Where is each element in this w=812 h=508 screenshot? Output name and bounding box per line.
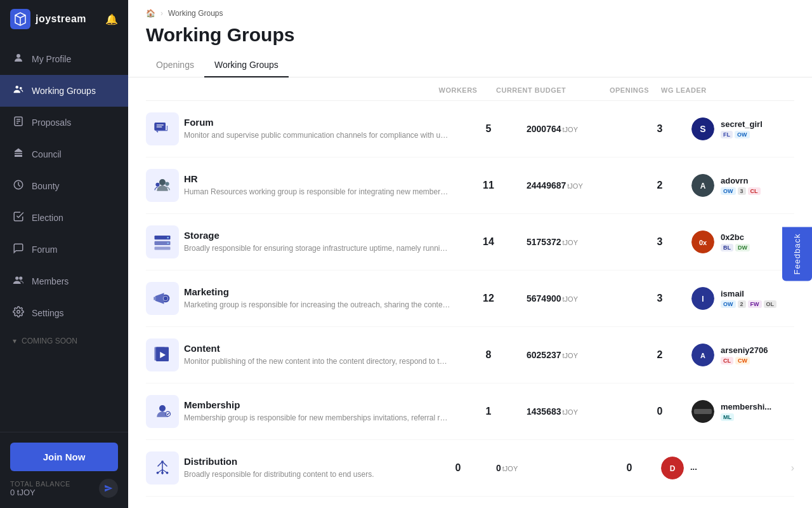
group-description: Monitor and supervise public communicati…	[184, 130, 450, 141]
group-workers: 11	[450, 180, 527, 191]
sidebar-item-my-profile[interactable]: My Profile	[0, 43, 128, 75]
svg-rect-23	[155, 247, 171, 250]
group-budget: 2000764tJOY	[527, 124, 628, 134]
group-budget: 6025237tJOY	[527, 350, 628, 360]
group-openings: 0	[628, 406, 691, 417]
logo[interactable]: joystream	[10, 9, 86, 29]
group-budget: 5674900tJOY	[527, 293, 628, 304]
breadcrumb-separator: ›	[160, 9, 163, 18]
leader-badge: FW	[748, 300, 762, 308]
group-description: Broadly responsible for distributing con…	[184, 469, 420, 480]
leader-name: ...	[690, 462, 697, 472]
leader-info: ismail OW2FWOL	[721, 289, 776, 308]
svg-point-2	[16, 86, 19, 89]
budget-unit: tJOY	[563, 126, 578, 133]
leader-info: arseniy2706 CLCW	[721, 345, 768, 364]
group-name: HR	[184, 173, 450, 184]
tab-working-groups[interactable]: Working Groups	[204, 53, 289, 77]
group-description: Monitor publishing of the new content in…	[184, 356, 450, 367]
sidebar-item-forum[interactable]: Forum	[0, 234, 128, 265]
send-button[interactable]	[99, 479, 118, 498]
table-row[interactable]: Distribution Broadly responsible for dis…	[146, 440, 794, 497]
group-icon-storage	[146, 225, 179, 258]
sidebar-bottom: Join Now TOTAL BALANCE 0 tJOY	[0, 432, 128, 508]
group-info-membership: Membership Membership group is responsib…	[184, 399, 450, 424]
sidebar-nav: My Profile Working Groups Proposals Coun…	[0, 38, 128, 432]
row-chevron-icon: ›	[806, 123, 812, 135]
group-workers: 0	[420, 462, 496, 474]
table-row[interactable]: Content Monitor publishing of the new co…	[146, 327, 794, 384]
sidebar-item-bounty[interactable]: Bounty	[0, 170, 128, 202]
group-name: Content	[184, 343, 450, 354]
sidebar-label-settings: Settings	[32, 308, 115, 318]
budget-unit: tJOY	[563, 295, 578, 303]
svg-point-24	[167, 237, 169, 239]
row-chevron-icon: ›	[806, 293, 812, 304]
budget-unit: tJOY	[563, 239, 578, 246]
sidebar-item-settings[interactable]: Settings	[0, 297, 128, 329]
table-row[interactable]: HR Human Resources working group is resp…	[146, 157, 794, 214]
group-name: Storage	[184, 230, 450, 241]
coming-soon-label: COMING SOON	[22, 337, 77, 345]
breadcrumb-home-icon[interactable]: 🏠	[146, 9, 155, 18]
sidebar-label-forum: Forum	[32, 244, 115, 255]
tab-openings[interactable]: Openings	[146, 53, 204, 77]
group-openings: 2	[628, 349, 691, 361]
group-icon-membership	[146, 395, 179, 428]
notification-bell-icon[interactable]: 🔔	[105, 13, 118, 25]
page-title: Working Groups	[128, 18, 812, 46]
group-description: Human Resources working group is respons…	[184, 187, 450, 197]
leader-avatar: A	[691, 344, 714, 366]
group-leader: I ismail OW2FWOL	[691, 287, 806, 310]
sidebar-label-election: Election	[32, 213, 115, 223]
row-chevron-icon: ›	[806, 180, 812, 191]
coming-soon-section[interactable]: ▾ COMING SOON	[0, 329, 128, 353]
sidebar-item-election[interactable]: Election	[0, 202, 128, 234]
settings-icon	[13, 306, 24, 320]
table-row[interactable]: Marketing Marketing group is responsible…	[146, 271, 794, 327]
svg-rect-42	[694, 409, 712, 414]
sidebar-label-members: Members	[32, 276, 115, 286]
group-openings: 2	[628, 180, 691, 191]
leader-badge: FL	[721, 131, 733, 138]
sidebar-item-working-groups[interactable]: Working Groups	[0, 75, 128, 107]
leader-badge: OW	[721, 187, 736, 195]
feedback-button[interactable]: Feedback	[782, 227, 812, 281]
sidebar-label-bounty: Bounty	[32, 181, 115, 191]
sidebar-item-council[interactable]: Council	[0, 138, 128, 170]
group-info-storage: Storage Broadly responsible for ensuring…	[184, 230, 450, 254]
sidebar-item-members[interactable]: Members	[0, 265, 128, 297]
svg-point-25	[167, 243, 169, 244]
th-leader: WG LEADER	[661, 86, 775, 94]
group-name: Membership	[184, 399, 450, 410]
feedback-panel[interactable]: Feedback	[782, 227, 812, 281]
svg-text:I: I	[702, 295, 704, 304]
document-icon	[13, 116, 24, 130]
group-leader: A arseniy2706 CLCW	[691, 344, 806, 366]
svg-point-18	[155, 183, 159, 187]
join-now-button[interactable]: Join Now	[10, 443, 118, 471]
table-row[interactable]: Forum Monitor and supervise public commu…	[146, 101, 794, 157]
budget-unit: tJOY	[563, 408, 578, 416]
sidebar-item-proposals[interactable]: Proposals	[0, 107, 128, 138]
group-workers: 1	[450, 406, 527, 417]
leader-badge: OW	[721, 300, 736, 308]
leader-badge: DW	[735, 244, 750, 251]
group-description: Broadly responsible for ensuring storage…	[184, 243, 450, 254]
table-header: WORKERS CURRENT BUDGET OPENINGS WG LEADE…	[146, 77, 794, 101]
group-leader: A adovrn OW3CL	[691, 174, 806, 197]
svg-text:0x: 0x	[699, 239, 707, 246]
table-row[interactable]: Storage Broadly responsible for ensuring…	[146, 214, 794, 271]
leader-badge: OL	[764, 300, 777, 308]
svg-point-3	[20, 87, 22, 90]
tabs-container: Openings Working Groups	[128, 46, 812, 77]
row-chevron-icon: ›	[806, 406, 812, 417]
leader-avatar: A	[691, 174, 714, 197]
table-row[interactable]: Membership Membership group is responsib…	[146, 384, 794, 440]
group-info-distribution: Distribution Broadly responsible for dis…	[184, 456, 420, 480]
leader-name: membershi...	[721, 402, 771, 411]
leader-info: ...	[690, 462, 697, 474]
group-icon-content	[146, 338, 179, 371]
leader-badges: OW3CL	[721, 187, 761, 195]
budget-unit: tJOY	[563, 352, 578, 359]
